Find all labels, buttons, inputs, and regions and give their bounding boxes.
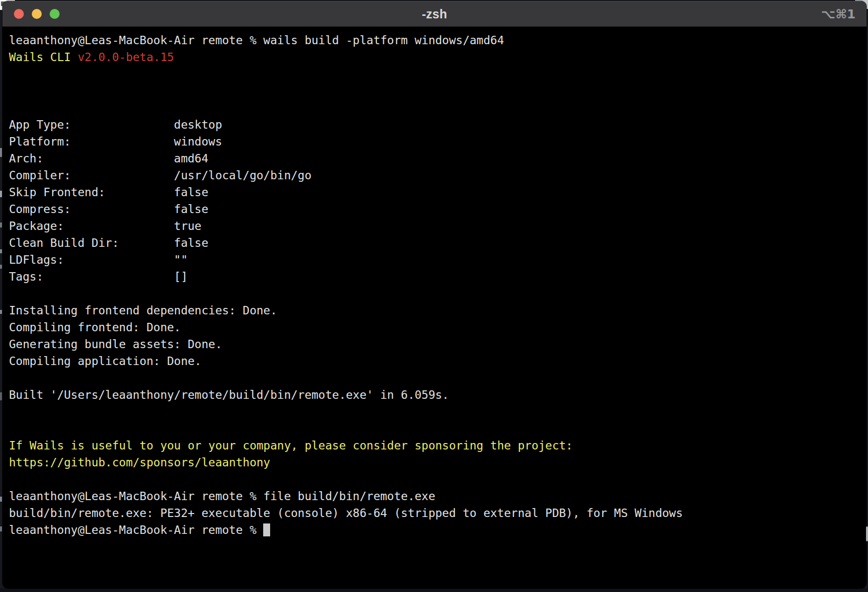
terminal-line <box>9 420 864 437</box>
terminal-text-segment: LDFlags: "" <box>9 253 188 266</box>
terminal-line: build/bin/remote.exe: PE32+ executable (… <box>9 505 864 521</box>
terminal-line: Installing frontend dependencies: Done. <box>9 302 864 319</box>
terminal-text-segment: Clean Build Dir: false <box>9 236 209 249</box>
terminal-text-segment: Compress: false <box>9 203 209 216</box>
terminal-line: Platform: windows <box>9 133 864 150</box>
terminal-line <box>9 370 864 386</box>
terminal-output[interactable]: leaanthony@Leas-MacBook-Air remote % wai… <box>2 27 867 538</box>
terminal-line <box>9 471 864 488</box>
terminal-line: leaanthony@Leas-MacBook-Air remote % <box>9 521 864 538</box>
terminal-text-segment: If Wails is useful to you or your compan… <box>9 439 573 452</box>
terminal-line: Arch: amd64 <box>9 150 864 167</box>
terminal-text-segment: Tags: [] <box>9 270 188 283</box>
terminal-line: Compiling application: Done. <box>9 353 864 370</box>
terminal-text-segment: Platform: windows <box>9 135 222 148</box>
desktop-edge <box>0 588 868 592</box>
terminal-text-segment: v2.0.0-beta.15 <box>77 51 174 64</box>
background-window-artifact <box>0 191 2 197</box>
terminal-line <box>9 403 864 420</box>
terminal-line <box>9 285 864 302</box>
background-window-artifact <box>0 497 2 502</box>
terminal-line: Built '/Users/leaanthony/remote/build/bi… <box>9 386 864 403</box>
terminal-line: App Type: desktop <box>9 116 864 133</box>
terminal-text-segment: leaanthony@Leas-MacBook-Air remote % wai… <box>9 34 504 47</box>
terminal-text-segment: Arch: amd64 <box>9 152 209 165</box>
terminal-text-segment: Wails CLI <box>9 51 77 64</box>
terminal-line: leaanthony@Leas-MacBook-Air remote % fil… <box>9 488 864 505</box>
terminal-text-segment: Installing frontend dependencies: Done. <box>9 304 277 317</box>
title-bar[interactable]: -zsh ⌥⌘1 <box>2 1 867 27</box>
terminal-text-segment: Compiling application: Done. <box>9 355 202 368</box>
background-window-artifact <box>0 265 2 269</box>
terminal-line: leaanthony@Leas-MacBook-Air remote % wai… <box>9 32 864 49</box>
terminal-text-segment: Package: true <box>9 220 202 232</box>
terminal-line: Wails CLI v2.0.0-beta.15 <box>9 49 864 66</box>
terminal-window: -zsh ⌥⌘1 leaanthony@Leas-MacBook-Air rem… <box>2 1 867 589</box>
terminal-line: If Wails is useful to you or your compan… <box>9 437 864 454</box>
keyboard-shortcut-badge: ⌥⌘1 <box>821 1 856 27</box>
terminal-line <box>9 66 864 82</box>
background-window-artifact <box>0 526 2 531</box>
terminal-text-segment: App Type: desktop <box>9 118 222 131</box>
terminal-line: Compress: false <box>9 201 864 218</box>
terminal-line <box>9 82 864 99</box>
terminal-line: https://github.com/sponsors/leaanthony <box>9 454 864 471</box>
terminal-line: LDFlags: "" <box>9 251 864 268</box>
terminal-text-segment: Compiler: /usr/local/go/bin/go <box>9 169 311 182</box>
terminal-cursor <box>263 523 270 536</box>
terminal-text-segment: Generating bundle assets: Done. <box>9 338 222 351</box>
terminal-text-segment: leaanthony@Leas-MacBook-Air remote % <box>9 523 263 536</box>
terminal-line: Skip Frontend: false <box>9 184 864 201</box>
terminal-line: Compiling frontend: Done. <box>9 319 864 336</box>
terminal-line: Tags: [] <box>9 268 864 285</box>
terminal-line <box>9 99 864 116</box>
terminal-text-segment: https://github.com/sponsors/leaanthony <box>9 456 270 469</box>
window-title: -zsh <box>2 7 867 21</box>
terminal-text-segment: Built '/Users/leaanthony/remote/build/bi… <box>9 388 449 401</box>
terminal-text-segment: Skip Frontend: false <box>9 186 209 199</box>
background-window-artifact <box>0 148 2 157</box>
background-window-artifact <box>0 249 2 253</box>
background-window-artifact <box>0 392 2 400</box>
terminal-line: Package: true <box>9 218 864 234</box>
background-window-artifact <box>0 222 2 227</box>
terminal-line: Clean Build Dir: false <box>9 234 864 251</box>
terminal-line: Compiler: /usr/local/go/bin/go <box>9 167 864 184</box>
terminal-line: Generating bundle assets: Done. <box>9 336 864 353</box>
terminal-text-segment: Compiling frontend: Done. <box>9 321 181 334</box>
terminal-text-segment: build/bin/remote.exe: PE32+ executable (… <box>9 507 683 519</box>
terminal-text-segment: leaanthony@Leas-MacBook-Air remote % fil… <box>9 490 435 503</box>
background-scrollbar-thumb <box>866 526 868 541</box>
background-window-artifact <box>0 310 2 314</box>
